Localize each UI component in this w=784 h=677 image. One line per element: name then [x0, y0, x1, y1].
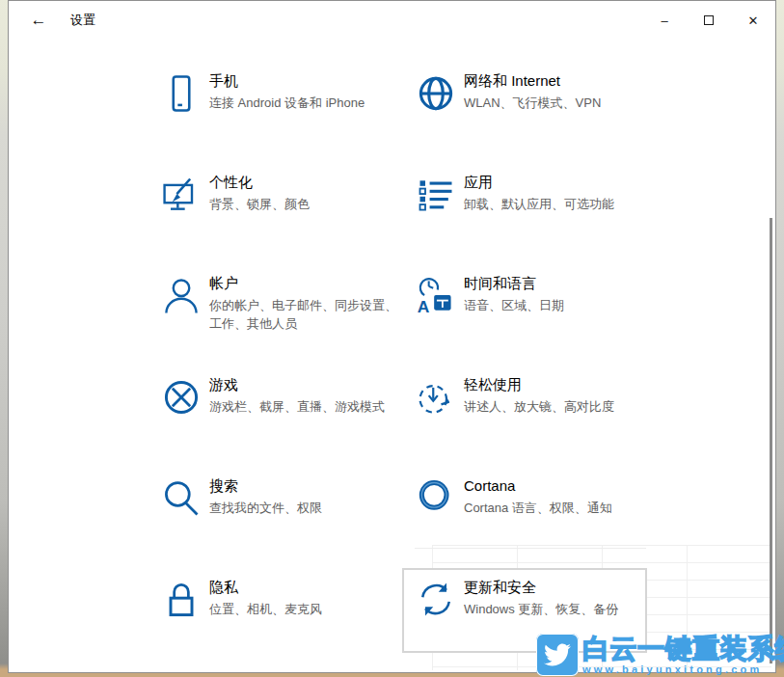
- lock-icon: [160, 579, 204, 623]
- time-language-icon: A: [415, 275, 459, 319]
- accounts-icon: [160, 275, 204, 319]
- games-icon: [160, 376, 204, 420]
- tile-search[interactable]: 搜索 查找我的文件、权限: [145, 474, 399, 575]
- search-icon: [160, 477, 204, 522]
- tile-personalization[interactable]: 个性化 背景、锁屏、颜色: [145, 170, 399, 271]
- settings-window: ← 设置 – ✕ 手机 连接 Android 设备和 iPhone: [8, 0, 776, 673]
- close-button[interactable]: ✕: [731, 1, 775, 40]
- bird-icon: [536, 634, 579, 676]
- tile-title: 应用: [464, 173, 654, 192]
- tile-desc: 查找我的文件、权限: [209, 499, 399, 517]
- tile-time-language[interactable]: A 时间和语言 语音、区域、日期: [399, 271, 654, 372]
- tile-title: Cortana: [464, 476, 654, 496]
- tile-desc: 卸载、默认应用、可选功能: [464, 195, 654, 213]
- vertical-scrollbar-thumb[interactable]: [770, 218, 772, 663]
- apps-icon: [415, 174, 459, 218]
- window-controls: – ✕: [642, 1, 775, 40]
- tile-cortana[interactable]: Cortana Cortana 语言、权限、通知: [399, 474, 654, 575]
- maximize-icon: [704, 15, 714, 25]
- tile-desc: 位置、相机、麦克风: [209, 600, 399, 618]
- settings-tile-grid: 手机 连接 Android 设备和 iPhone 网络和 Internet WL…: [145, 68, 654, 673]
- sync-icon: [415, 579, 459, 623]
- tile-title: 网络和 Internet: [464, 71, 654, 91]
- maximize-button[interactable]: [687, 1, 731, 40]
- minimize-button[interactable]: –: [642, 1, 687, 40]
- tile-desc: 你的帐户、电子邮件、同步设置、工作、其他人员: [209, 296, 399, 333]
- tile-desc: Cortana 语言、权限、通知: [464, 499, 654, 517]
- tile-title: 个性化: [209, 173, 399, 192]
- ease-of-access-icon: [415, 376, 459, 420]
- tile-accounts[interactable]: 帐户 你的帐户、电子邮件、同步设置、工作、其他人员: [145, 271, 399, 372]
- watermark-url: www.baiyunxitong.com: [582, 663, 784, 675]
- watermark-text: 白云一键重装系统: [582, 634, 784, 663]
- tile-title: 搜索: [209, 476, 399, 496]
- svg-text:A: A: [418, 297, 430, 316]
- tile-title: 时间和语言: [464, 274, 654, 293]
- tile-desc: 背景、锁屏、颜色: [209, 195, 399, 213]
- title-bar: ← 设置 – ✕: [9, 1, 775, 40]
- tile-title: 更新和安全: [464, 578, 654, 597]
- personalization-icon: [160, 174, 204, 218]
- tile-desc: WLAN、飞行模式、VPN: [464, 94, 654, 112]
- tile-title: 手机: [209, 71, 399, 91]
- tile-phone[interactable]: 手机 连接 Android 设备和 iPhone: [145, 68, 399, 170]
- tile-privacy[interactable]: 隐私 位置、相机、麦克风: [145, 575, 399, 673]
- tile-games[interactable]: 游戏 游戏栏、截屏、直播、游戏模式: [145, 372, 399, 474]
- tile-desc: 语音、区域、日期: [464, 296, 654, 314]
- tile-desc: 讲述人、放大镜、高对比度: [464, 397, 654, 416]
- tile-apps[interactable]: 应用 卸载、默认应用、可选功能: [399, 170, 654, 271]
- tile-title: 隐私: [209, 578, 399, 597]
- tile-desc: 游戏栏、截屏、直播、游戏模式: [209, 397, 399, 416]
- phone-icon: [160, 72, 204, 117]
- globe-icon: [415, 72, 459, 117]
- tile-title: 帐户: [209, 274, 399, 293]
- tile-desc: 连接 Android 设备和 iPhone: [209, 94, 399, 112]
- window-title: 设置: [70, 12, 95, 29]
- back-button[interactable]: ←: [22, 4, 55, 37]
- cortana-icon: [415, 477, 459, 522]
- tile-title: 轻松使用: [464, 375, 654, 394]
- tile-desc: Windows 更新、恢复、备份: [464, 600, 654, 618]
- watermark: 白云一键重装系统 www.baiyunxitong.com: [536, 634, 784, 676]
- tile-network-internet[interactable]: 网络和 Internet WLAN、飞行模式、VPN: [399, 68, 654, 170]
- tile-title: 游戏: [209, 375, 399, 394]
- tile-ease-of-access[interactable]: 轻松使用 讲述人、放大镜、高对比度: [399, 372, 654, 474]
